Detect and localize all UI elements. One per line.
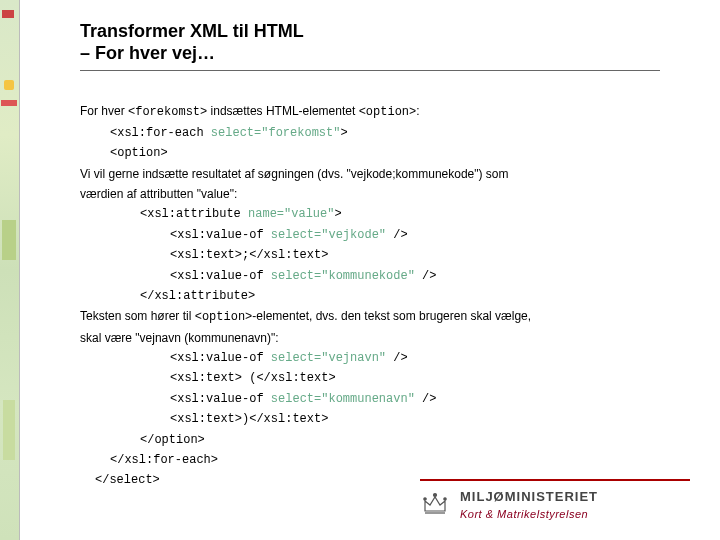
code-attr: name="value" xyxy=(248,207,334,221)
footer-suborg: Kort & Matrikelstyrelsen xyxy=(460,508,598,520)
code-line: </xsl:for-each> xyxy=(110,450,660,470)
slide-subtitle: – For hver vej… xyxy=(80,43,660,64)
text: Teksten som hører til xyxy=(80,309,195,323)
code-text: /> xyxy=(386,351,408,365)
code-text: /> xyxy=(415,392,437,406)
svg-point-1 xyxy=(424,498,426,500)
text: -elementet, dvs. den tekst som brugeren … xyxy=(252,309,531,323)
paragraph: Vi vil gerne indsætte resultatet af søgn… xyxy=(80,164,660,184)
code-text: <xsl:attribute xyxy=(140,207,248,221)
code-line: <xsl:value-of select="vejkode" /> xyxy=(170,225,660,245)
slide-content: Transformer XML til HTML – For hver vej…… xyxy=(80,20,660,491)
code-line: <xsl:value-of select="kommunenavn" /> xyxy=(170,389,660,409)
code-text: > xyxy=(334,207,341,221)
code-line: <xsl:for-each select="forekomst"> xyxy=(110,123,660,143)
code-attr: select="forekomst" xyxy=(211,126,341,140)
code-text: /> xyxy=(386,228,408,242)
slide-body: For hver <forekomst> indsættes HTML-elem… xyxy=(80,101,660,490)
footer-logo-block: MILJØMINISTERIET Kort & Matrikelstyrelse… xyxy=(420,489,690,520)
paragraph: For hver <forekomst> indsættes HTML-elem… xyxy=(80,101,660,122)
code-line: <xsl:value-of select="kommunekode" /> xyxy=(170,266,660,286)
code-text: <xsl:value-of xyxy=(170,351,271,365)
footer-text-block: MILJØMINISTERIET Kort & Matrikelstyrelse… xyxy=(460,489,598,520)
code-text: <xsl:value-of xyxy=(170,392,271,406)
code-attr: select="kommunekode" xyxy=(271,269,415,283)
code-text: <xsl:for-each xyxy=(110,126,211,140)
code-line: <xsl:text>;</xsl:text> xyxy=(170,245,660,265)
code-text: <xsl:value-of xyxy=(170,269,271,283)
svg-point-2 xyxy=(444,498,446,500)
code-inline: <forekomst> xyxy=(128,105,207,119)
code-text: /> xyxy=(415,269,437,283)
code-line: <xsl:text>)</xsl:text> xyxy=(170,409,660,429)
code-line: <option> xyxy=(110,143,660,163)
svg-point-0 xyxy=(434,494,437,497)
text: For hver xyxy=(80,104,128,118)
code-attr: select="vejnavn" xyxy=(271,351,386,365)
text: : xyxy=(416,104,419,118)
code-line: <xsl:value-of select="vejnavn" /> xyxy=(170,348,660,368)
map-decoration xyxy=(2,220,16,260)
slide-title: Transformer XML til HTML xyxy=(80,20,660,43)
footer-org: MILJØMINISTERIET xyxy=(460,489,598,506)
code-attr: select="vejkode" xyxy=(271,228,386,242)
paragraph: værdien af attributten "value": xyxy=(80,184,660,204)
code-attr: select="kommunenavn" xyxy=(271,392,415,406)
code-line: <xsl:text> (</xsl:text> xyxy=(170,368,660,388)
footer: MILJØMINISTERIET Kort & Matrikelstyrelse… xyxy=(420,479,690,520)
code-text: <xsl:value-of xyxy=(170,228,271,242)
map-sidebar xyxy=(0,0,20,540)
code-inline: <option> xyxy=(359,105,417,119)
map-decoration xyxy=(3,400,15,460)
crown-icon xyxy=(420,489,450,519)
code-text: > xyxy=(340,126,347,140)
paragraph: skal være "vejnavn (kommunenavn)": xyxy=(80,328,660,348)
code-line: </option> xyxy=(140,430,660,450)
map-decoration xyxy=(4,80,14,90)
code-line: </xsl:attribute> xyxy=(140,286,660,306)
code-inline: <option> xyxy=(195,310,253,324)
title-divider xyxy=(80,70,660,71)
footer-divider xyxy=(420,479,690,481)
paragraph: Teksten som hører til <option>-elementet… xyxy=(80,306,660,327)
text: indsættes HTML-elementet xyxy=(207,104,358,118)
code-line: <xsl:attribute name="value"> xyxy=(140,204,660,224)
